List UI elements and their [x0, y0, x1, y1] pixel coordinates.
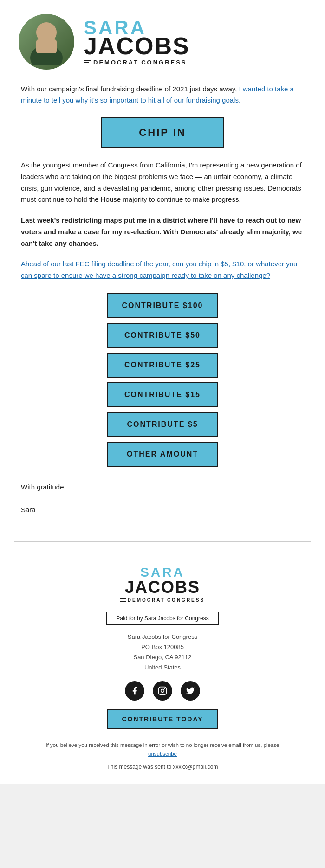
body-para-1: As the youngest member of Congress from …: [21, 160, 304, 206]
body-para-2-bold: Last week's redistricting maps put me in…: [21, 215, 304, 249]
email-container: SARA JACOBS DEMOCRAT CONGRESS With our c…: [0, 0, 325, 784]
header: SARA JACOBS DEMOCRAT CONGRESS: [0, 0, 325, 79]
facebook-icon[interactable]: [125, 681, 144, 701]
chip-in-button[interactable]: CHIP IN: [101, 117, 224, 148]
logo-jacobs: JACOBS: [84, 34, 190, 58]
address-line-2: PO Box 120085: [19, 642, 306, 652]
header-logo: SARA JACOBS DEMOCRAT CONGRESS: [84, 18, 190, 65]
contribute-100-button[interactable]: CONTRIBUTE $100: [107, 293, 218, 318]
paid-for-text: Paid for by Sara Jacobs for Congress: [116, 615, 208, 622]
address-line-3: San Diego, CA 92112: [19, 652, 306, 662]
paid-for-box: Paid for by Sara Jacobs for Congress: [106, 612, 218, 625]
contribute-5-button[interactable]: CONTRIBUTE $5: [107, 412, 218, 437]
contribute-50-button[interactable]: CONTRIBUTE $50: [107, 323, 218, 348]
intro-text-before: With our campaign's final fundraising de…: [21, 85, 239, 93]
legal-text-before: If you believe you received this message…: [46, 742, 279, 748]
intro-paragraph: With our campaign's final fundraising de…: [21, 84, 304, 106]
chip-in-wrapper: CHIP IN: [21, 117, 304, 148]
avatar-image: [19, 14, 74, 70]
footer: SARA JACOBS DEMOCRAT CONGRESS Paid for b…: [0, 556, 325, 784]
footer-logo-jacobs: JACOBS: [19, 578, 306, 597]
closing-name: Sara: [21, 503, 304, 516]
address-block: Sara Jacobs for Congress PO Box 120085 S…: [19, 632, 306, 673]
avatar: [19, 14, 74, 70]
logo-dem-congress: DEMOCRAT CONGRESS: [84, 59, 190, 65]
cta-link[interactable]: Ahead of our last FEC filing deadline of…: [21, 258, 304, 282]
contribute-15-button[interactable]: CONTRIBUTE $15: [107, 382, 218, 407]
svg-point-5: [164, 688, 165, 689]
body-content: With our campaign's final fundraising de…: [0, 79, 325, 527]
instagram-icon[interactable]: [153, 681, 172, 701]
social-icons-group: [19, 681, 306, 701]
logo-lines: [84, 59, 91, 65]
address-line-1: Sara Jacobs for Congress: [19, 632, 306, 642]
contribute-other-button[interactable]: OTHER AMOUNT: [107, 442, 218, 467]
contribute-buttons-group: CONTRIBUTE $100 CONTRIBUTE $50 CONTRIBUT…: [21, 293, 304, 467]
unsubscribe-link[interactable]: unsubscribe: [148, 751, 177, 757]
footer-logo-dem-congress: DEMOCRAT CONGRESS: [19, 598, 306, 603]
svg-rect-3: [159, 687, 167, 695]
section-divider: [14, 541, 311, 542]
closing-gratitude: With gratitude,: [21, 481, 304, 493]
twitter-icon[interactable]: [181, 681, 200, 701]
svg-rect-2: [36, 39, 57, 53]
contribute-today-button[interactable]: CONTRIBUTE TODAY: [107, 709, 218, 729]
footer-legal-text: If you believe you received this message…: [19, 741, 306, 758]
svg-point-4: [161, 689, 164, 693]
footer-logo-lines: [120, 598, 126, 603]
address-line-4: United States: [19, 662, 306, 673]
contribute-25-button[interactable]: CONTRIBUTE $25: [107, 353, 218, 378]
footer-email: This message was sent to xxxxx@gmail.com: [19, 764, 306, 770]
footer-logo: SARA JACOBS DEMOCRAT CONGRESS: [19, 565, 306, 603]
